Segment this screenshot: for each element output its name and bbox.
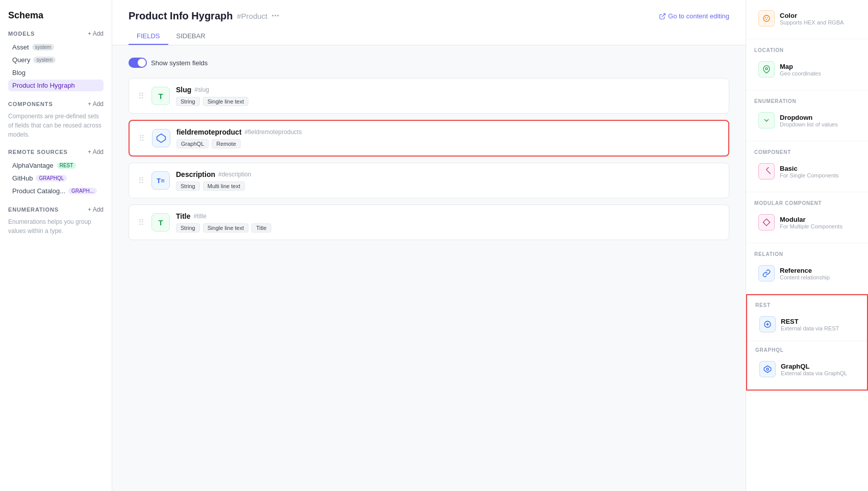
model-badge-asset: system <box>32 44 55 50</box>
reference-icon <box>758 265 775 281</box>
link-icon <box>762 269 771 277</box>
svg-marker-10 <box>764 366 771 372</box>
drag-handle-title[interactable]: ⠿ <box>137 218 145 227</box>
modular-icon <box>758 214 775 230</box>
right-item-color[interactable]: Color Supports HEX and RGBA <box>754 6 860 31</box>
rest-item-text: REST External data via REST <box>781 318 839 331</box>
svg-point-6 <box>765 68 768 70</box>
graphql-icon <box>759 361 776 377</box>
remote-sources-section-header: REMOTE SOURCES + Add <box>8 148 104 156</box>
go-to-content-link[interactable]: Go to content editing <box>659 12 729 20</box>
remote-name-github: GitHub <box>12 174 33 182</box>
field-card-fieldremoteproduct[interactable]: ⠿ fieldremoteproduct #fieldremoteproduct… <box>129 120 729 157</box>
map-pin-icon <box>762 65 771 73</box>
page-title-hash: #Product <box>237 12 267 20</box>
right-section-color: Color Supports HEX and RGBA <box>746 0 868 39</box>
sidebar-item-alphavantage[interactable]: AlphaVantage REST <box>8 160 104 171</box>
field-card-title[interactable]: ⠿ T Title #title String Single line text… <box>129 204 729 240</box>
basic-title: Basic <box>780 165 839 172</box>
modular-diamond-icon <box>762 218 771 226</box>
rest-desc: External data via REST <box>781 325 839 331</box>
sidebar-item-github[interactable]: GitHub GRAPHQL <box>8 172 104 184</box>
field-card-description[interactable]: ⠿ T≡ Description #description String Mul… <box>129 163 729 198</box>
modular-desc: For Multiple Components <box>780 223 843 229</box>
add-enumeration-button[interactable]: + Add <box>88 206 104 213</box>
basic-desc: For Single Components <box>780 172 839 178</box>
svg-point-11 <box>767 368 769 370</box>
field-info-remote: fieldremoteproduct #fieldremoteproducts … <box>176 128 720 148</box>
right-item-rest[interactable]: REST External data via REST <box>755 312 859 337</box>
right-section-component: COMPONENT Basic For Single Components <box>746 141 868 192</box>
tab-fields[interactable]: FIELDS <box>129 28 168 45</box>
page-title: Product Info Hygraph #Product ··· <box>129 10 279 22</box>
right-item-map[interactable]: Map Geo coordinates <box>754 57 860 82</box>
chevron-down-icon <box>762 116 771 124</box>
add-component-button[interactable]: + Add <box>88 100 104 108</box>
remote-name-product-catalog: Product Catalog... <box>12 187 65 195</box>
right-item-basic[interactable]: Basic For Single Components <box>754 159 860 184</box>
field-hash-title: #title <box>194 213 207 220</box>
svg-rect-7 <box>767 167 771 174</box>
drag-handle-remote[interactable]: ⠿ <box>138 134 146 143</box>
field-icon-remote <box>152 129 170 147</box>
svg-point-3 <box>765 17 766 18</box>
right-item-reference[interactable]: Reference Content relationship <box>754 261 860 286</box>
tag-single-line-title: Single line text <box>203 223 249 232</box>
field-hash-remote: #fieldremoteproducts <box>245 128 302 136</box>
map-title: Map <box>780 63 821 70</box>
toggle-knob <box>138 59 146 67</box>
components-desc: Components are pre-defined sets of field… <box>8 112 104 139</box>
color-desc: Supports HEX and RGBA <box>780 19 844 25</box>
tag-string-desc: String <box>176 182 200 191</box>
components-section-header: COMPONENTS + Add <box>8 100 104 108</box>
fields-area: Show system fields ⠿ T Slug #slug String… <box>112 45 746 491</box>
toggle-system-fields[interactable] <box>129 58 147 68</box>
relation-label: RELATION <box>754 249 860 257</box>
color-title: Color <box>780 12 844 19</box>
sidebar-item-asset[interactable]: Asset system <box>8 41 104 53</box>
graphql-api-icon <box>763 365 772 373</box>
sidebar-item-query[interactable]: Query system <box>8 54 104 66</box>
add-remote-button[interactable]: + Add <box>88 148 104 156</box>
rest-icon <box>759 316 776 332</box>
reference-title: Reference <box>780 267 830 274</box>
drag-handle-slug[interactable]: ⠿ <box>137 91 145 101</box>
location-label: LOCATION <box>754 45 860 53</box>
dropdown-desc: Dropdown list of values <box>780 121 838 127</box>
enumerations-desc: Enumerations helps you group values with… <box>8 217 104 236</box>
add-model-button[interactable]: + Add <box>88 30 104 37</box>
right-section-relation: RELATION Reference Content relationship <box>746 243 868 294</box>
dropdown-item-text: Dropdown Dropdown list of values <box>780 114 838 127</box>
graphql-item-text: GraphQL External data via GraphQL <box>781 363 847 376</box>
model-name-asset: Asset <box>12 43 29 51</box>
sidebar-item-product-info[interactable]: Product Info Hygraph <box>8 80 104 91</box>
system-fields-toggle: Show system fields <box>129 58 729 68</box>
field-icon-description: T≡ <box>151 171 170 190</box>
rest-api-icon <box>763 320 772 328</box>
tag-graphql: GraphQL <box>176 139 209 148</box>
more-options-button[interactable]: ··· <box>272 11 279 21</box>
graphql-desc: External data via GraphQL <box>781 370 847 376</box>
tab-sidebar[interactable]: SIDEBAR <box>168 28 214 45</box>
drag-handle-description[interactable]: ⠿ <box>137 176 145 186</box>
rest-title: REST <box>781 318 839 325</box>
right-item-dropdown[interactable]: Dropdown Dropdown list of values <box>754 108 860 133</box>
sidebar-item-product-catalog[interactable]: Product Catalog... GRAPH... <box>8 185 104 197</box>
right-item-modular[interactable]: Modular For Multiple Components <box>754 210 860 235</box>
basic-item-text: Basic For Single Components <box>780 165 839 178</box>
field-tags-title: String Single line text Title <box>176 223 721 232</box>
reference-desc: Content relationship <box>780 274 830 280</box>
rest-section: REST REST External data via REST <box>747 295 867 341</box>
svg-point-5 <box>766 19 767 20</box>
sidebar-item-blog[interactable]: Blog <box>8 67 104 79</box>
right-section-enumeration: ENUMERATION Dropdown Dropdown list of va… <box>746 90 868 141</box>
right-item-graphql[interactable]: GraphQL External data via GraphQL <box>755 357 859 381</box>
models-section-header: MODELS + Add <box>8 30 104 37</box>
remote-badge-product-catalog: GRAPH... <box>68 188 97 194</box>
tag-title: Title <box>251 223 271 232</box>
graphql-section: GRAPHQL GraphQL External data via GraphQ… <box>747 341 867 390</box>
right-panel: Color Supports HEX and RGBA LOCATION Map… <box>746 0 868 491</box>
field-card-slug[interactable]: ⠿ T Slug #slug String Single line text <box>129 78 729 114</box>
svg-marker-8 <box>763 219 770 225</box>
field-hash-description: #description <box>218 171 251 178</box>
